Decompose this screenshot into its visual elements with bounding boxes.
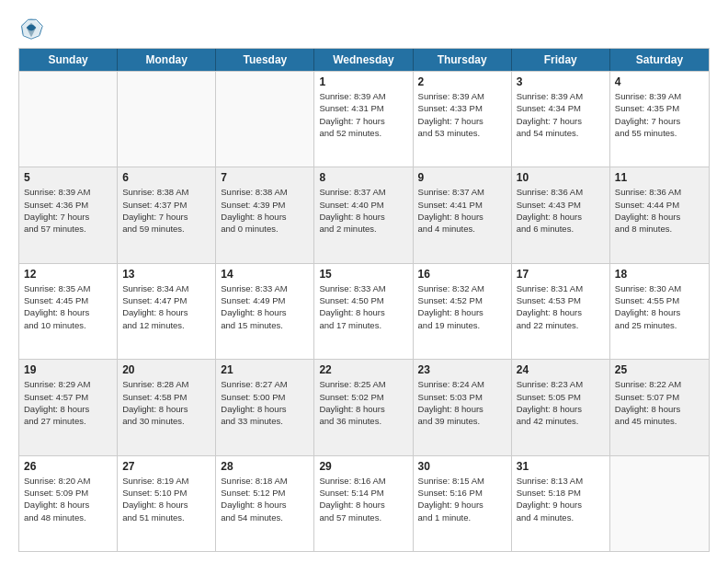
day-number: 28 — [221, 460, 309, 473]
day-number: 7 — [221, 171, 309, 184]
calendar-cell: 6Sunrise: 8:38 AM Sunset: 4:37 PM Daylig… — [118, 167, 216, 262]
calendar-cell: 9Sunrise: 8:37 AM Sunset: 4:41 PM Daylig… — [414, 167, 512, 262]
day-info: Sunrise: 8:15 AM Sunset: 5:16 PM Dayligh… — [418, 475, 506, 523]
calendar-cell: 22Sunrise: 8:25 AM Sunset: 5:02 PM Dayli… — [314, 360, 413, 454]
day-info: Sunrise: 8:27 AM Sunset: 5:00 PM Dayligh… — [221, 378, 309, 427]
calendar-cell: 29Sunrise: 8:16 AM Sunset: 5:14 PM Dayli… — [314, 456, 413, 551]
calendar: SundayMondayTuesdayWednesdayThursdayFrid… — [18, 48, 710, 552]
day-number: 19 — [24, 363, 112, 376]
day-number: 15 — [319, 268, 407, 281]
calendar-cell: 30Sunrise: 8:15 AM Sunset: 5:16 PM Dayli… — [414, 456, 512, 551]
day-number: 25 — [615, 363, 704, 376]
day-info: Sunrise: 8:16 AM Sunset: 5:14 PM Dayligh… — [319, 475, 407, 523]
calendar-cell: 18Sunrise: 8:30 AM Sunset: 4:55 PM Dayli… — [610, 264, 709, 359]
day-number: 8 — [319, 171, 407, 184]
day-number: 4 — [615, 75, 704, 88]
day-info: Sunrise: 8:20 AM Sunset: 5:09 PM Dayligh… — [24, 475, 112, 523]
day-number: 26 — [24, 460, 112, 473]
day-number: 11 — [615, 171, 704, 184]
day-number: 22 — [319, 363, 407, 376]
calendar-cell: 15Sunrise: 8:33 AM Sunset: 4:50 PM Dayli… — [314, 264, 413, 359]
day-info: Sunrise: 8:39 AM Sunset: 4:34 PM Dayligh… — [517, 90, 605, 139]
day-number: 17 — [517, 268, 605, 281]
day-info: Sunrise: 8:39 AM Sunset: 4:36 PM Dayligh… — [24, 186, 112, 235]
calendar-cell — [19, 72, 118, 167]
day-info: Sunrise: 8:38 AM Sunset: 4:37 PM Dayligh… — [122, 186, 210, 235]
day-info: Sunrise: 8:31 AM Sunset: 4:53 PM Dayligh… — [517, 282, 605, 331]
calendar-cell: 8Sunrise: 8:37 AM Sunset: 4:40 PM Daylig… — [314, 167, 413, 262]
calendar-cell: 28Sunrise: 8:18 AM Sunset: 5:12 PM Dayli… — [216, 456, 314, 551]
day-info: Sunrise: 8:29 AM Sunset: 4:57 PM Dayligh… — [24, 378, 112, 427]
day-info: Sunrise: 8:38 AM Sunset: 4:39 PM Dayligh… — [221, 186, 309, 235]
day-number: 6 — [122, 171, 210, 184]
day-info: Sunrise: 8:22 AM Sunset: 5:07 PM Dayligh… — [615, 378, 704, 427]
calendar-cell — [118, 72, 216, 167]
calendar-cell: 12Sunrise: 8:35 AM Sunset: 4:45 PM Dayli… — [19, 264, 118, 359]
calendar-cell — [610, 456, 709, 551]
calendar-cell: 1Sunrise: 8:39 AM Sunset: 4:31 PM Daylig… — [314, 72, 413, 167]
logo-icon — [18, 15, 44, 40]
day-number: 9 — [418, 171, 506, 184]
day-number: 27 — [122, 460, 210, 473]
calendar-cell: 11Sunrise: 8:36 AM Sunset: 4:44 PM Dayli… — [610, 167, 709, 262]
day-number: 2 — [418, 75, 506, 88]
day-info: Sunrise: 8:33 AM Sunset: 4:49 PM Dayligh… — [221, 282, 309, 331]
day-info: Sunrise: 8:37 AM Sunset: 4:41 PM Dayligh… — [418, 186, 506, 235]
calendar-cell: 2Sunrise: 8:39 AM Sunset: 4:33 PM Daylig… — [414, 72, 512, 167]
day-number: 18 — [615, 268, 704, 281]
day-info: Sunrise: 8:39 AM Sunset: 4:33 PM Dayligh… — [418, 90, 506, 139]
calendar-row-3: 19Sunrise: 8:29 AM Sunset: 4:57 PM Dayli… — [19, 359, 709, 454]
calendar-cell: 17Sunrise: 8:31 AM Sunset: 4:53 PM Dayli… — [512, 264, 610, 359]
day-info: Sunrise: 8:18 AM Sunset: 5:12 PM Dayligh… — [221, 475, 309, 523]
day-number: 30 — [418, 460, 506, 473]
day-number: 23 — [418, 363, 506, 376]
day-number: 5 — [24, 171, 112, 184]
calendar-cell: 4Sunrise: 8:39 AM Sunset: 4:35 PM Daylig… — [610, 72, 709, 167]
calendar-cell: 7Sunrise: 8:38 AM Sunset: 4:39 PM Daylig… — [216, 167, 314, 262]
calendar-cell: 13Sunrise: 8:34 AM Sunset: 4:47 PM Dayli… — [118, 264, 216, 359]
day-number: 14 — [221, 268, 309, 281]
calendar-cell: 16Sunrise: 8:32 AM Sunset: 4:52 PM Dayli… — [414, 264, 512, 359]
calendar-row-4: 26Sunrise: 8:20 AM Sunset: 5:09 PM Dayli… — [19, 455, 709, 551]
day-number: 13 — [122, 268, 210, 281]
day-number: 20 — [122, 363, 210, 376]
day-info: Sunrise: 8:19 AM Sunset: 5:10 PM Dayligh… — [122, 475, 210, 523]
calendar-header: SundayMondayTuesdayWednesdayThursdayFrid… — [19, 49, 709, 71]
day-info: Sunrise: 8:35 AM Sunset: 4:45 PM Dayligh… — [24, 282, 112, 331]
calendar-cell: 10Sunrise: 8:36 AM Sunset: 4:43 PM Dayli… — [512, 167, 610, 262]
header-day-saturday: Saturday — [610, 49, 709, 71]
calendar-cell: 27Sunrise: 8:19 AM Sunset: 5:10 PM Dayli… — [118, 456, 216, 551]
day-info: Sunrise: 8:24 AM Sunset: 5:03 PM Dayligh… — [418, 378, 506, 427]
day-info: Sunrise: 8:36 AM Sunset: 4:43 PM Dayligh… — [517, 186, 605, 235]
day-info: Sunrise: 8:36 AM Sunset: 4:44 PM Dayligh… — [615, 186, 704, 235]
day-info: Sunrise: 8:39 AM Sunset: 4:35 PM Dayligh… — [615, 90, 704, 139]
day-number: 3 — [517, 75, 605, 88]
day-info: Sunrise: 8:25 AM Sunset: 5:02 PM Dayligh… — [319, 378, 407, 427]
day-info: Sunrise: 8:28 AM Sunset: 4:58 PM Dayligh… — [122, 378, 210, 427]
calendar-cell: 23Sunrise: 8:24 AM Sunset: 5:03 PM Dayli… — [414, 360, 512, 454]
calendar-cell: 14Sunrise: 8:33 AM Sunset: 4:49 PM Dayli… — [216, 264, 314, 359]
day-info: Sunrise: 8:32 AM Sunset: 4:52 PM Dayligh… — [418, 282, 506, 331]
calendar-row-2: 12Sunrise: 8:35 AM Sunset: 4:45 PM Dayli… — [19, 263, 709, 359]
calendar-cell: 31Sunrise: 8:13 AM Sunset: 5:18 PM Dayli… — [512, 456, 610, 551]
calendar-row-0: 1Sunrise: 8:39 AM Sunset: 4:31 PM Daylig… — [19, 71, 709, 167]
day-number: 12 — [24, 268, 112, 281]
day-info: Sunrise: 8:39 AM Sunset: 4:31 PM Dayligh… — [319, 90, 407, 139]
calendar-cell: 3Sunrise: 8:39 AM Sunset: 4:34 PM Daylig… — [512, 72, 610, 167]
day-number: 29 — [319, 460, 407, 473]
day-info: Sunrise: 8:13 AM Sunset: 5:18 PM Dayligh… — [517, 475, 605, 523]
header-day-tuesday: Tuesday — [216, 49, 314, 71]
day-number: 10 — [517, 171, 605, 184]
day-number: 24 — [517, 363, 605, 376]
day-info: Sunrise: 8:30 AM Sunset: 4:55 PM Dayligh… — [615, 282, 704, 331]
calendar-cell — [216, 72, 314, 167]
calendar-row-1: 5Sunrise: 8:39 AM Sunset: 4:36 PM Daylig… — [19, 167, 709, 262]
calendar-cell: 21Sunrise: 8:27 AM Sunset: 5:00 PM Dayli… — [216, 360, 314, 454]
logo — [18, 15, 48, 40]
day-number: 16 — [418, 268, 506, 281]
calendar-cell: 19Sunrise: 8:29 AM Sunset: 4:57 PM Dayli… — [19, 360, 118, 454]
header-day-friday: Friday — [512, 49, 610, 71]
day-info: Sunrise: 8:34 AM Sunset: 4:47 PM Dayligh… — [122, 282, 210, 331]
calendar-cell: 20Sunrise: 8:28 AM Sunset: 4:58 PM Dayli… — [118, 360, 216, 454]
header-day-monday: Monday — [118, 49, 216, 71]
